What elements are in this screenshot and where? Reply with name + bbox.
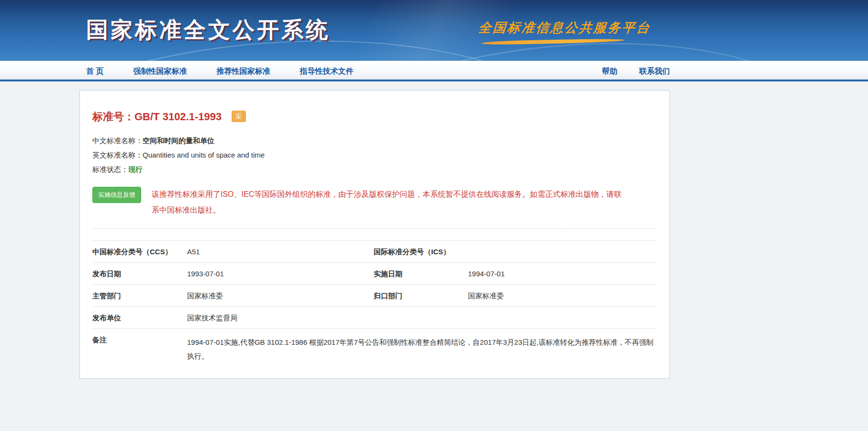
cn-name-label: 中文标准名称： xyxy=(92,136,143,145)
en-name-value: Quantities and units of space and time xyxy=(143,151,265,159)
standard-no-row: 标准号：GB/T 3102.1-1993 采 xyxy=(92,110,657,124)
main-nav: 首 页 强制性国家标准 推荐性国家标准 指导性技术文件 帮助 联系我们 xyxy=(0,61,868,81)
status-badge: 现行 xyxy=(128,165,143,173)
publish-org-value: 国家技术监督局 xyxy=(187,313,657,322)
platform-brand: 全国标准信息公共服务平台 xyxy=(479,19,651,44)
implement-date-value: 1994-07-01 xyxy=(468,269,657,278)
nav-recommended-standards[interactable]: 推荐性国家标准 xyxy=(211,61,275,81)
nav-right-group: 帮助 联系我们 xyxy=(580,61,670,81)
copyright-notice: 该推荐性标准采用了ISO、IEC等国际国外组织的标准，由于涉及版权保护问题，本系… xyxy=(152,190,622,214)
table-row: 主管部门 国家标准委 归口部门 国家标准委 xyxy=(92,284,657,306)
competent-dept-label: 主管部门 xyxy=(92,291,187,300)
table-row: 发布日期 1993-07-01 实施日期 1994-07-01 xyxy=(92,262,657,284)
standard-no-label: 标准号： xyxy=(92,111,134,123)
publish-date-value: 1993-07-01 xyxy=(187,269,374,278)
notice-row: 实施信息反馈 该推荐性标准采用了ISO、IEC等国际国外组织的标准，由于涉及版权… xyxy=(92,186,628,218)
remarks-label: 备注 xyxy=(92,335,187,344)
nav-guiding-documents[interactable]: 指导性技术文件 xyxy=(295,61,358,81)
publish-date-label: 发布日期 xyxy=(92,269,187,278)
adopted-badge: 采 xyxy=(232,111,246,122)
ics-label: 国际标准分类号（ICS） xyxy=(374,247,468,256)
ccs-value: A51 xyxy=(187,247,374,256)
brush-underline-decoration xyxy=(481,38,625,45)
centralized-dept-value: 国家标准委 xyxy=(468,291,657,300)
nav-help[interactable]: 帮助 xyxy=(602,61,617,81)
nav-left-group: 首 页 强制性国家标准 推荐性国家标准 指导性技术文件 xyxy=(79,61,378,81)
site-title: 国家标准全文公开系统 xyxy=(86,15,330,45)
standard-detail-card: 标准号：GB/T 3102.1-1993 采 中文标准名称：空间和时间的量和单位… xyxy=(79,90,670,379)
publish-org-label: 发布单位 xyxy=(92,313,187,322)
en-name-row: 英文标准名称：Quantities and units of space and… xyxy=(92,151,657,159)
dashed-divider xyxy=(92,228,657,229)
table-row: 发布单位 国家技术监督局 xyxy=(92,306,657,329)
nav-home[interactable]: 首 页 xyxy=(79,61,108,81)
detail-table: 中国标准分类号（CCS） A51 国际标准分类号（ICS） 发布日期 1993-… xyxy=(92,240,657,371)
standard-no: GB/T 3102.1-1993 xyxy=(134,111,222,123)
ccs-label: 中国标准分类号（CCS） xyxy=(92,247,187,256)
en-name-label: 英文标准名称： xyxy=(92,151,143,159)
nav-contact[interactable]: 联系我们 xyxy=(639,61,670,81)
centralized-dept-label: 归口部门 xyxy=(374,291,468,300)
cn-name-value: 空间和时间的量和单位 xyxy=(143,136,214,145)
content: 标准号：GB/T 3102.1-1993 采 中文标准名称：空间和时间的量和单位… xyxy=(0,81,868,379)
competent-dept-value: 国家标准委 xyxy=(187,291,374,300)
table-row: 中国标准分类号（CCS） A51 国际标准分类号（ICS） xyxy=(92,240,657,262)
table-row: 备注 1994-07-01实施,代替GB 3102.1-1986 根据2017年… xyxy=(92,329,657,371)
platform-name: 全国标准信息公共服务平台 xyxy=(478,19,652,36)
feedback-button[interactable]: 实施信息反馈 xyxy=(92,187,141,203)
status-row: 标准状态：现行 xyxy=(92,165,657,174)
implement-date-label: 实施日期 xyxy=(374,269,468,278)
remarks-value: 1994-07-01实施,代替GB 3102.1-1986 根据2017年第7号… xyxy=(187,335,657,363)
site-header: 国家标准全文公开系统 全国标准信息公共服务平台 xyxy=(0,0,868,61)
cn-name-row: 中文标准名称：空间和时间的量和单位 xyxy=(92,136,657,145)
nav-mandatory-standards[interactable]: 强制性国家标准 xyxy=(128,61,191,81)
status-label: 标准状态： xyxy=(92,165,128,173)
